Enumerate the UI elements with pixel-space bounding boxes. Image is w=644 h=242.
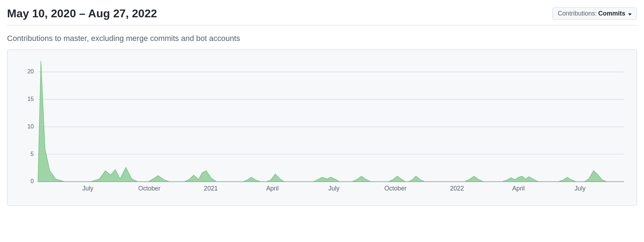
contributions-dropdown[interactable]: Contributions: Commits (552, 7, 637, 20)
chart-subtitle: Contributions to master, excluding merge… (7, 34, 637, 43)
svg-text:2021: 2021 (204, 185, 218, 192)
svg-text:10: 10 (27, 123, 34, 129)
caret-down-icon (628, 10, 632, 17)
svg-text:0: 0 (31, 178, 34, 184)
svg-text:April: April (266, 185, 278, 192)
svg-text:2022: 2022 (450, 185, 464, 192)
svg-text:July: July (82, 185, 93, 192)
svg-text:5: 5 (31, 151, 34, 157)
dropdown-value: Commits (598, 10, 625, 17)
svg-text:15: 15 (27, 96, 34, 102)
contributions-area-chart: 05101520 JulyOctober2021AprilJulyOctober… (13, 57, 628, 198)
chart-panel: 05101520 JulyOctober2021AprilJulyOctober… (7, 49, 637, 206)
svg-text:20: 20 (27, 68, 34, 74)
date-range-title: May 10, 2020 – Aug 27, 2022 (7, 7, 157, 20)
svg-text:July: July (575, 185, 586, 192)
header-row: May 10, 2020 – Aug 27, 2022 Contribution… (7, 7, 637, 25)
svg-text:October: October (384, 185, 407, 192)
svg-text:July: July (328, 185, 340, 192)
dropdown-label: Contributions: (558, 10, 597, 17)
svg-text:April: April (512, 185, 525, 192)
svg-text:October: October (138, 185, 160, 192)
